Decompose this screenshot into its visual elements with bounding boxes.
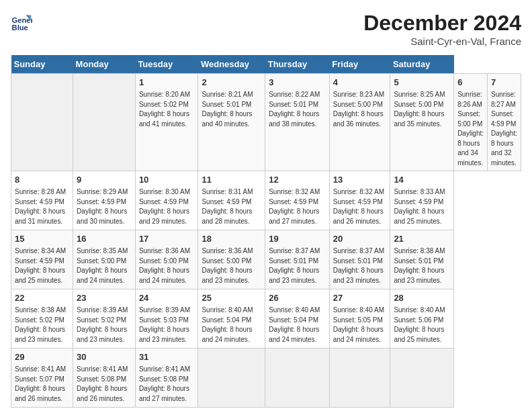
page-header: General Blue December 2024 Saint-Cyr-en-…	[11, 11, 521, 47]
calendar-week-row: 15Sunrise: 8:34 AMSunset: 4:59 PMDayligh…	[11, 230, 521, 289]
calendar-day-cell	[329, 349, 390, 408]
calendar-day-cell: 12Sunrise: 8:32 AMSunset: 4:59 PMDayligh…	[265, 171, 330, 230]
day-number: 28	[394, 292, 450, 304]
day-number: 9	[77, 174, 132, 186]
day-number: 27	[333, 292, 387, 304]
calendar-day-cell: 14Sunrise: 8:33 AMSunset: 4:59 PMDayligh…	[390, 171, 454, 230]
day-info: Sunrise: 8:38 AMSunset: 5:01 PMDaylight:…	[394, 246, 450, 285]
day-info: Sunrise: 8:33 AMSunset: 4:59 PMDaylight:…	[394, 187, 450, 226]
calendar-day-cell: 5Sunrise: 8:25 AMSunset: 5:00 PMDaylight…	[390, 74, 454, 171]
day-number: 13	[333, 174, 387, 186]
calendar-day-cell: 13Sunrise: 8:32 AMSunset: 4:59 PMDayligh…	[329, 171, 390, 230]
day-info: Sunrise: 8:36 AMSunset: 5:00 PMDaylight:…	[139, 246, 195, 285]
day-number: 7	[491, 77, 517, 89]
calendar-day-cell: 2Sunrise: 8:21 AMSunset: 5:01 PMDaylight…	[198, 74, 265, 171]
day-number: 15	[15, 233, 69, 245]
calendar-day-cell: 1Sunrise: 8:20 AMSunset: 5:02 PMDaylight…	[135, 74, 198, 171]
calendar-day-cell: 9Sunrise: 8:29 AMSunset: 4:59 PMDaylight…	[73, 171, 136, 230]
day-number: 11	[202, 174, 261, 186]
empty-cell	[73, 74, 136, 171]
day-info: Sunrise: 8:38 AMSunset: 5:02 PMDaylight:…	[15, 306, 69, 345]
column-header-wednesday: Wednesday	[198, 55, 265, 74]
column-header-thursday: Thursday	[265, 55, 330, 74]
day-info: Sunrise: 8:40 AMSunset: 5:04 PMDaylight:…	[202, 306, 261, 345]
calendar-day-cell: 24Sunrise: 8:39 AMSunset: 5:03 PMDayligh…	[135, 289, 198, 349]
svg-text:Blue: Blue	[12, 24, 28, 32]
day-number: 6	[457, 77, 484, 89]
day-info: Sunrise: 8:35 AMSunset: 5:00 PMDaylight:…	[77, 246, 132, 285]
day-number: 17	[139, 233, 195, 245]
calendar-day-cell	[390, 349, 454, 408]
day-info: Sunrise: 8:23 AMSunset: 5:00 PMDaylight:…	[333, 90, 387, 129]
calendar-day-cell: 21Sunrise: 8:38 AMSunset: 5:01 PMDayligh…	[390, 230, 454, 289]
calendar-table: SundayMondayTuesdayWednesdayThursdayFrid…	[11, 55, 521, 408]
day-info: Sunrise: 8:27 AMSunset: 4:59 PMDaylight:…	[491, 90, 517, 168]
day-number: 23	[77, 292, 132, 304]
day-number: 19	[269, 233, 326, 245]
day-info: Sunrise: 8:28 AMSunset: 4:59 PMDaylight:…	[15, 187, 69, 226]
calendar-week-row: 29Sunrise: 8:41 AMSunset: 5:07 PMDayligh…	[11, 349, 521, 408]
day-info: Sunrise: 8:41 AMSunset: 5:08 PMDaylight:…	[77, 365, 132, 404]
calendar-day-cell: 11Sunrise: 8:31 AMSunset: 4:59 PMDayligh…	[198, 171, 265, 230]
calendar-day-cell: 23Sunrise: 8:39 AMSunset: 5:02 PMDayligh…	[73, 289, 136, 349]
logo-icon: General Blue	[11, 11, 32, 32]
day-number: 29	[15, 351, 69, 363]
day-info: Sunrise: 8:41 AMSunset: 5:08 PMDaylight:…	[139, 365, 195, 404]
calendar-day-cell: 8Sunrise: 8:28 AMSunset: 4:59 PMDaylight…	[11, 171, 73, 230]
calendar-day-cell: 15Sunrise: 8:34 AMSunset: 4:59 PMDayligh…	[11, 230, 73, 289]
day-info: Sunrise: 8:36 AMSunset: 5:00 PMDaylight:…	[202, 246, 261, 285]
day-number: 12	[269, 174, 326, 186]
calendar-day-cell: 26Sunrise: 8:40 AMSunset: 5:04 PMDayligh…	[265, 289, 330, 349]
logo: General Blue	[11, 11, 32, 32]
calendar-day-cell: 17Sunrise: 8:36 AMSunset: 5:00 PMDayligh…	[135, 230, 198, 289]
column-header-monday: Monday	[73, 55, 136, 74]
calendar-day-cell: 31Sunrise: 8:41 AMSunset: 5:08 PMDayligh…	[135, 349, 198, 408]
day-number: 14	[394, 174, 450, 186]
calendar-week-row: 1Sunrise: 8:20 AMSunset: 5:02 PMDaylight…	[11, 74, 521, 171]
day-info: Sunrise: 8:32 AMSunset: 4:59 PMDaylight:…	[333, 187, 387, 226]
day-number: 21	[394, 233, 450, 245]
day-info: Sunrise: 8:21 AMSunset: 5:01 PMDaylight:…	[202, 90, 261, 129]
month-title: December 2024	[363, 11, 521, 36]
day-info: Sunrise: 8:37 AMSunset: 5:01 PMDaylight:…	[333, 246, 387, 285]
calendar-day-cell: 30Sunrise: 8:41 AMSunset: 5:08 PMDayligh…	[73, 349, 136, 408]
day-info: Sunrise: 8:30 AMSunset: 4:59 PMDaylight:…	[139, 187, 195, 226]
calendar-day-cell: 20Sunrise: 8:37 AMSunset: 5:01 PMDayligh…	[329, 230, 390, 289]
location-title: Saint-Cyr-en-Val, France	[363, 36, 521, 47]
column-header-tuesday: Tuesday	[135, 55, 198, 74]
calendar-day-cell	[198, 349, 265, 408]
day-info: Sunrise: 8:40 AMSunset: 5:05 PMDaylight:…	[333, 306, 387, 345]
column-header-friday: Friday	[329, 55, 390, 74]
calendar-day-cell: 18Sunrise: 8:36 AMSunset: 5:00 PMDayligh…	[198, 230, 265, 289]
day-info: Sunrise: 8:40 AMSunset: 5:06 PMDaylight:…	[394, 306, 450, 345]
day-info: Sunrise: 8:37 AMSunset: 5:01 PMDaylight:…	[269, 246, 326, 285]
calendar-day-cell: 28Sunrise: 8:40 AMSunset: 5:06 PMDayligh…	[390, 289, 454, 349]
day-number: 31	[139, 351, 195, 363]
day-info: Sunrise: 8:32 AMSunset: 4:59 PMDaylight:…	[269, 187, 326, 226]
day-number: 18	[202, 233, 261, 245]
calendar-day-cell: 3Sunrise: 8:22 AMSunset: 5:01 PMDaylight…	[265, 74, 330, 171]
calendar-day-cell: 29Sunrise: 8:41 AMSunset: 5:07 PMDayligh…	[11, 349, 73, 408]
calendar-week-row: 22Sunrise: 8:38 AMSunset: 5:02 PMDayligh…	[11, 289, 521, 349]
calendar-day-cell: 16Sunrise: 8:35 AMSunset: 5:00 PMDayligh…	[73, 230, 136, 289]
calendar-day-cell: 10Sunrise: 8:30 AMSunset: 4:59 PMDayligh…	[135, 171, 198, 230]
day-number: 5	[394, 77, 450, 89]
day-number: 2	[202, 77, 261, 89]
calendar-day-cell: 25Sunrise: 8:40 AMSunset: 5:04 PMDayligh…	[198, 289, 265, 349]
empty-cell	[11, 74, 73, 171]
day-info: Sunrise: 8:39 AMSunset: 5:02 PMDaylight:…	[77, 306, 132, 345]
column-header-saturday: Saturday	[390, 55, 454, 74]
day-number: 26	[269, 292, 326, 304]
day-number: 30	[77, 351, 132, 363]
day-info: Sunrise: 8:26 AMSunset: 5:00 PMDaylight:…	[457, 90, 484, 168]
day-info: Sunrise: 8:34 AMSunset: 4:59 PMDaylight:…	[15, 246, 69, 285]
day-number: 3	[269, 77, 326, 89]
calendar-day-cell: 19Sunrise: 8:37 AMSunset: 5:01 PMDayligh…	[265, 230, 330, 289]
day-number: 22	[15, 292, 69, 304]
day-number: 4	[333, 77, 387, 89]
day-info: Sunrise: 8:40 AMSunset: 5:04 PMDaylight:…	[269, 306, 326, 345]
calendar-day-cell: 4Sunrise: 8:23 AMSunset: 5:00 PMDaylight…	[329, 74, 390, 171]
calendar-day-cell: 6Sunrise: 8:26 AMSunset: 5:00 PMDaylight…	[454, 74, 488, 171]
calendar-day-cell: 27Sunrise: 8:40 AMSunset: 5:05 PMDayligh…	[329, 289, 390, 349]
day-number: 1	[139, 77, 195, 89]
